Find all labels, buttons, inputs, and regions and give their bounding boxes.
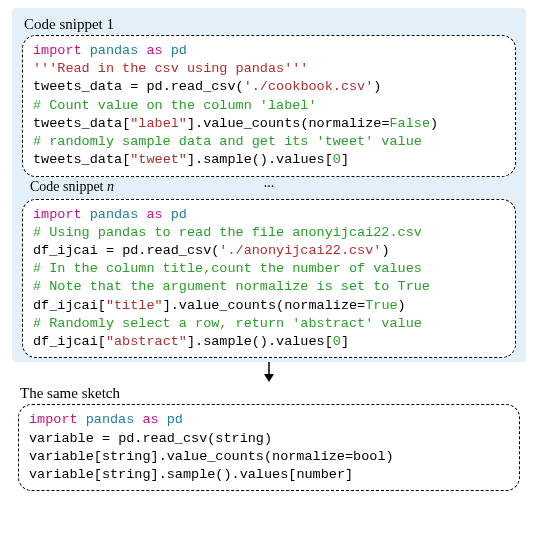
- placeholder-bool: bool: [353, 449, 385, 464]
- keyword-as: as: [142, 412, 158, 427]
- equals: =: [122, 79, 146, 94]
- alias-pd: pd: [171, 207, 187, 222]
- code-snippet-1: import pandas as pd '''Read in the csv u…: [22, 35, 516, 177]
- placeholder-variable: variable: [29, 431, 94, 446]
- var-df-ijcai: df_ijcai: [33, 243, 98, 258]
- var-df-ijcai: df_ijcai: [33, 298, 98, 313]
- ellipsis-icon: ···: [264, 179, 275, 195]
- key-tweet: "tweet": [130, 152, 187, 167]
- read-csv-call: read_csv: [171, 79, 236, 94]
- docstring: '''Read in the csv using pandas''': [33, 61, 308, 76]
- bool-false: False: [390, 116, 431, 131]
- comment-random-select: # Randomly select a row, return 'abstrac…: [33, 316, 422, 331]
- pd-ref: pd: [118, 431, 134, 446]
- placeholder-variable: variable: [29, 449, 94, 464]
- kwarg-normalize: normalize: [272, 449, 345, 464]
- keyword-as: as: [146, 43, 162, 58]
- key-abstract: "abstract": [106, 334, 187, 349]
- kwarg-normalize: normalize: [284, 298, 357, 313]
- snippet-n-label: Code snippet: [30, 179, 104, 194]
- code-sketch: import pandas as pd variable = pd.read_c…: [18, 404, 520, 491]
- values-attr: values: [276, 152, 325, 167]
- read-csv-call: read_csv: [142, 431, 207, 446]
- var-df-ijcai: df_ijcai: [33, 334, 98, 349]
- value-counts-call: value_counts: [167, 449, 264, 464]
- key-title: "title": [106, 298, 163, 313]
- values-attr: values: [276, 334, 325, 349]
- value-counts-call: value_counts: [179, 298, 276, 313]
- highlighted-snippets-group: Code snippet 1 import pandas as pd '''Re…: [12, 8, 526, 362]
- read-csv-call: read_csv: [146, 243, 211, 258]
- keyword-import: import: [33, 207, 82, 222]
- index-0: 0: [333, 334, 341, 349]
- comment-count: # Count value on the column 'label': [33, 98, 317, 113]
- same-sketch-label: The same sketch: [20, 385, 526, 402]
- placeholder-string: string: [215, 431, 264, 446]
- sample-call: sample: [203, 152, 252, 167]
- placeholder-number: number: [296, 467, 345, 482]
- snippet-n-italic: n: [107, 179, 114, 194]
- module-pandas: pandas: [90, 207, 139, 222]
- arrow-down-icon: [262, 362, 276, 382]
- comment-read-file: # Using pandas to read the file anonyijc…: [33, 225, 422, 240]
- csv-path: './cookbook.csv': [244, 79, 374, 94]
- alias-pd: pd: [171, 43, 187, 58]
- value-counts-call: value_counts: [203, 116, 300, 131]
- placeholder-variable: variable: [29, 467, 94, 482]
- bool-true: True: [365, 298, 397, 313]
- comment-sample: # randomly sample data and get its 'twee…: [33, 134, 422, 149]
- comment-column-title: # In the column title,count the number o…: [33, 261, 422, 276]
- pd-ref: pd: [122, 243, 138, 258]
- dot: .: [163, 79, 171, 94]
- pd-ref: pd: [146, 79, 162, 94]
- var-tweets-data: tweets_data: [33, 116, 122, 131]
- sample-call: sample: [167, 467, 216, 482]
- code-snippet-n: import pandas as pd # Using pandas to re…: [22, 199, 516, 359]
- sample-call: sample: [203, 334, 252, 349]
- values-attr: values: [240, 467, 289, 482]
- svg-marker-1: [264, 374, 274, 382]
- placeholder-string: string: [102, 467, 151, 482]
- snippet-1-label: Code snippet 1: [24, 16, 522, 33]
- arrow-down-row: [12, 362, 526, 387]
- csv-path: './anonyijcai22.csv': [219, 243, 381, 258]
- key-label: "label": [130, 116, 187, 131]
- keyword-import: import: [33, 43, 82, 58]
- kwarg-normalize: normalize: [308, 116, 381, 131]
- keyword-import: import: [29, 412, 78, 427]
- placeholder-string: string: [102, 449, 151, 464]
- snippet-n-label-row: Code snippet n ···: [16, 179, 522, 197]
- index-0: 0: [333, 152, 341, 167]
- comment-normalize-true: # Note that the argument normalize is se…: [33, 279, 430, 294]
- keyword-as: as: [146, 207, 162, 222]
- var-tweets-data: tweets_data: [33, 79, 122, 94]
- alias-pd: pd: [167, 412, 183, 427]
- var-tweets-data: tweets_data: [33, 152, 122, 167]
- module-pandas: pandas: [86, 412, 135, 427]
- module-pandas: pandas: [90, 43, 139, 58]
